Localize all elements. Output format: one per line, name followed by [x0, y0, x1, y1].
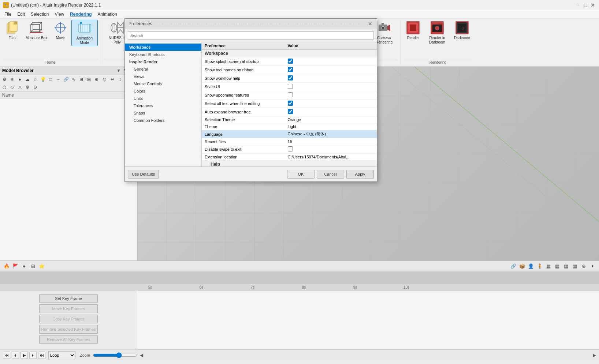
tb-icon-8[interactable]: → — [55, 76, 62, 83]
tb-icon-5[interactable]: ☆ — [31, 76, 39, 83]
menu-edit[interactable]: Edit — [14, 11, 28, 18]
checkbox-auto-expand[interactable] — [288, 109, 293, 114]
value-language: Chinese - 中文 (简体) — [285, 130, 377, 138]
copy-key-frames-button[interactable]: Copy Key Frames — [39, 315, 98, 323]
apply-button[interactable]: Apply — [346, 170, 374, 179]
sb-settings-icon[interactable]: ✦ — [589, 263, 596, 270]
ribbon-btn-render[interactable]: Render — [403, 20, 423, 41]
ribbon-btn-files[interactable]: Files — [3, 20, 22, 41]
tb-icon-9[interactable]: 🔗 — [62, 76, 70, 83]
tb-icon-15[interactable]: ↩ — [109, 76, 116, 83]
tb-icon-1[interactable]: ⚙ — [1, 76, 8, 83]
sb-person-icon[interactable]: 🧍 — [536, 263, 543, 270]
checkbox-tool-names[interactable] — [288, 67, 293, 72]
tb-icon-16[interactable]: ↕ — [116, 76, 124, 83]
tb-icon-10[interactable]: ∿ — [70, 76, 77, 83]
remove-selected-key-frames-button[interactable]: Remove Selected Key Frames — [39, 325, 98, 334]
menu-view[interactable]: View — [52, 11, 67, 18]
render-icon — [406, 20, 420, 35]
tb-icon-21[interactable]: ⊕ — [24, 83, 31, 91]
tb-icon-12[interactable]: ⊟ — [85, 76, 93, 83]
checkbox-upcoming-features[interactable] — [288, 92, 293, 97]
status-bar: 🔥 🚩 ● ⊞ ⭐ 🔗 📦 👤 🧍 ▦ ▦ ▦ ▦ ⊕ ✦ — [0, 260, 599, 271]
pref-cat-colors[interactable]: Colors — [125, 87, 201, 95]
sb-dot-icon[interactable]: ● — [21, 263, 28, 270]
pref-cat-tolerances[interactable]: Tolerances — [125, 102, 201, 109]
preferences-search-input[interactable] — [128, 31, 374, 40]
render-in-darkroom-label: Render in Darkroom — [426, 36, 448, 45]
tb-icon-11[interactable]: ⊞ — [78, 76, 85, 83]
ribbon-btn-move[interactable]: Move — [51, 20, 70, 41]
remove-all-key-frames-button[interactable]: Remove All Key Frames — [39, 335, 98, 344]
pref-cat-units[interactable]: Units — [125, 95, 201, 102]
tb-icon-3[interactable]: ● — [16, 76, 23, 83]
svg-line-7 — [31, 22, 33, 25]
checkbox-select-all-text[interactable] — [288, 101, 293, 106]
sb-figure-icon[interactable]: 👤 — [527, 263, 535, 270]
tb-icon-6[interactable]: 💡 — [39, 76, 46, 83]
timeline-first-button[interactable]: ⏮ — [3, 352, 10, 359]
sb-grid5-icon[interactable]: ▦ — [571, 263, 578, 270]
ribbon-btn-animation-mode[interactable]: Animation Mode — [71, 20, 98, 46]
menu-selection[interactable]: Selection — [28, 11, 52, 18]
ok-button[interactable]: OK — [287, 170, 315, 179]
timeline-scroll-right[interactable]: ▶ — [593, 353, 596, 358]
pref-cat-common-folders[interactable]: Common Folders — [125, 117, 201, 124]
checkbox-scale-ui[interactable] — [288, 84, 293, 89]
sb-star-icon[interactable]: ⭐ — [38, 263, 45, 270]
timeline-loop-select[interactable]: Loop Once Ping-Pong — [48, 351, 75, 359]
pref-cat-views[interactable]: Views — [125, 73, 201, 80]
zoom-slider[interactable] — [93, 352, 137, 358]
sb-chain-icon[interactable]: 🔗 — [510, 263, 517, 270]
pref-cat-snaps[interactable]: Snaps — [125, 109, 201, 117]
pref-cat-inspire-render[interactable]: Inspire Render — [125, 58, 201, 65]
pref-cat-keyboard-shortcuts[interactable]: Keyboard Shortcuts — [125, 51, 201, 58]
minimize-button[interactable]: ─ — [575, 2, 581, 8]
timeline-next-button[interactable]: ⏵ — [29, 352, 37, 359]
cancel-button[interactable]: Cancel — [317, 170, 344, 179]
sb-box-icon[interactable]: 📦 — [518, 263, 526, 270]
checkbox-splash-screen[interactable] — [288, 59, 293, 64]
timeline-last-button[interactable]: ⏭ — [38, 352, 45, 359]
ribbon-btn-measure-box[interactable]: ↔ Measure Box — [23, 20, 49, 41]
menu-file[interactable]: File — [1, 11, 14, 18]
set-key-frame-button[interactable]: Set Key Frame — [39, 294, 98, 303]
ribbon-btn-darkroom[interactable]: ☽ Darkroom — [452, 20, 472, 41]
filter-icon[interactable]: ▼ — [116, 68, 122, 74]
preferences-close-button[interactable]: ✕ — [367, 21, 373, 27]
tb-icon-22[interactable]: ⊖ — [31, 83, 39, 91]
tb-icon-2[interactable]: ≡ — [8, 76, 16, 83]
ribbon-btn-render-in-darkroom[interactable]: Render in Darkroom — [424, 20, 450, 45]
checkbox-disable-swipe[interactable] — [288, 146, 293, 151]
sb-grid4-icon[interactable]: ▦ — [562, 263, 570, 270]
sb-grid-icon[interactable]: ⊞ — [29, 263, 37, 270]
close-button[interactable]: ✕ — [589, 2, 596, 8]
sb-fire-icon[interactable]: 🔥 — [3, 263, 10, 270]
timeline-play-button[interactable]: ▶ — [21, 352, 28, 359]
pref-cat-workspace[interactable]: Workspace — [125, 44, 201, 51]
timeline-left: Set Key Frame Move Key Frames Copy Key F… — [0, 291, 137, 349]
sb-add-icon[interactable]: ⊕ — [580, 263, 587, 270]
menu-rendering[interactable]: Rendering — [67, 11, 94, 18]
tb-icon-20[interactable]: △ — [16, 83, 23, 91]
menu-animation[interactable]: Animation — [95, 11, 120, 18]
tb-icon-14[interactable]: ◎ — [101, 76, 108, 83]
sb-grid2-icon[interactable]: ▦ — [545, 263, 552, 270]
pref-cat-general[interactable]: General — [125, 65, 201, 73]
sb-grid3-icon[interactable]: ▦ — [554, 263, 561, 270]
use-defaults-button[interactable]: Use Defaults — [128, 170, 159, 179]
tb-icon-4[interactable]: ☁ — [24, 76, 31, 83]
tb-icon-18[interactable]: ◎ — [1, 83, 8, 91]
timeline-prev-button[interactable]: ⏴ — [12, 352, 19, 359]
tb-icon-13[interactable]: ⊕ — [93, 76, 100, 83]
checkbox-workflow-help[interactable] — [288, 75, 293, 80]
tb-icon-19[interactable]: ◇ — [8, 83, 16, 91]
maximize-button[interactable]: □ — [582, 2, 589, 8]
tb-icon-7[interactable]: □ — [47, 76, 54, 83]
svg-rect-26 — [80, 22, 82, 24]
move-key-frames-button[interactable]: Move Key Frames — [39, 304, 98, 313]
preferences-title-bar: Preferences ····························… — [125, 19, 377, 29]
zoom-collapse-icon[interactable]: ◀ — [140, 353, 143, 358]
sb-flag-icon[interactable]: 🚩 — [12, 263, 19, 270]
pref-cat-mouse-controls[interactable]: Mouse Controls — [125, 80, 201, 87]
